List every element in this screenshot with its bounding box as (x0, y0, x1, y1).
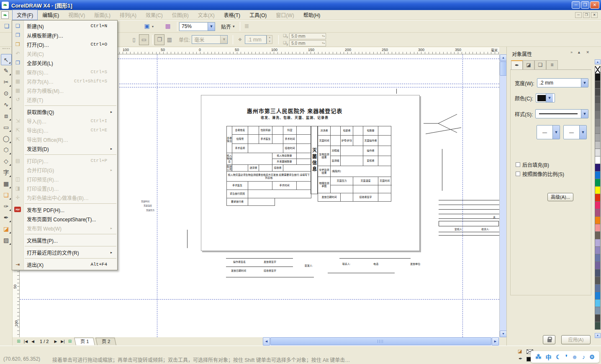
table-tool[interactable]: ▦ (1, 178, 12, 190)
rectangle-tool[interactable]: ▭ (1, 122, 12, 133)
menu-item[interactable]: ◫ 打印预览(R)… (12, 174, 117, 184)
launcher-dropdown-icon[interactable]: ▾ (152, 25, 157, 28)
pick-tool[interactable]: ↖ (1, 54, 12, 65)
palette-swatch[interactable] (595, 277, 601, 285)
last-page-button[interactable]: ▶| (59, 338, 66, 345)
menu-item[interactable]: ❏ 新建(N) Ctrl+N (12, 21, 117, 31)
ime-settings-icon[interactable]: ⚙ (589, 354, 595, 360)
page-tab-2[interactable]: 页 2 (95, 338, 116, 345)
menu-help[interactable]: 帮助(H) (299, 10, 325, 20)
signature-line[interactable] (328, 273, 395, 273)
window-control-button[interactable]: ❐ (581, 1, 589, 9)
stray-diagonal-lines[interactable] (421, 111, 480, 136)
ime-fullhalf-icon[interactable]: ☾ (556, 354, 561, 360)
signature-line[interactable] (226, 277, 314, 277)
outline-style-combo[interactable]: ▼ (535, 109, 588, 118)
palette-swatch[interactable] (595, 172, 601, 179)
scroll-right-button[interactable]: ▶ (492, 337, 499, 346)
nudge-field[interactable]: .1 mm (245, 35, 267, 44)
behind-fill-checkbox[interactable] (516, 162, 520, 167)
options-icon[interactable]: ≣ (242, 21, 252, 31)
units-dropdown-icon[interactable]: ▼ (220, 36, 227, 44)
palette-swatch[interactable] (595, 134, 601, 141)
menu-item[interactable]: ❒ 打开(O)… Ctrl+O (12, 40, 117, 49)
guideline-horizontal[interactable] (20, 299, 499, 300)
palette-swatch[interactable] (595, 149, 601, 156)
crop-tool[interactable]: ✂ (1, 77, 12, 88)
guideline-horizontal[interactable] (119, 84, 499, 84)
application-launcher-icon[interactable]: ▣ (142, 21, 152, 31)
style-dropdown-icon[interactable]: ▼ (581, 110, 588, 118)
menu-item[interactable]: ⇱ 导出(E)… Ctrl+E (12, 126, 117, 135)
menu-item[interactable]: ⇲ 导入(I)… Ctrl+I (12, 116, 117, 126)
guideline-horizontal[interactable] (119, 87, 499, 87)
document-window-control[interactable]: ─ (575, 12, 582, 18)
palette-swatch[interactable] (595, 74, 601, 81)
duplicate-y-field[interactable]: 5.0 mm ▾▴ (289, 40, 326, 46)
palette-swatch[interactable] (595, 202, 601, 209)
scale-with-image-checkbox[interactable] (516, 172, 520, 176)
menu-text[interactable]: 文本(X) (193, 10, 219, 20)
palette-swatch[interactable] (595, 81, 601, 89)
palette-scroll-up-icon[interactable]: ▲ (595, 59, 601, 64)
stray-line[interactable] (396, 89, 397, 94)
palette-swatch[interactable] (595, 254, 601, 262)
menu-item[interactable]: 获取图像(Q) ▸ (12, 107, 117, 116)
toolbar-icon[interactable]: ❏ (2, 21, 12, 31)
palette-swatch[interactable] (595, 292, 601, 300)
palette-scroll-down-icon[interactable]: ▼ (595, 333, 601, 338)
nudge-spinner[interactable]: ▲▼ (267, 35, 272, 44)
palette-swatch[interactable] (595, 285, 601, 292)
snap-menu[interactable]: 贴齐 ▾ (221, 23, 235, 30)
menu-item[interactable]: ▦ 另存为模板(M)... (12, 86, 117, 95)
palette-swatch[interactable] (595, 217, 601, 224)
zoom-dropdown-icon[interactable]: ▼ (208, 23, 215, 31)
palette-swatch[interactable] (595, 126, 601, 134)
docker-tab-summary[interactable]: ≡ (546, 60, 558, 69)
menu-layout[interactable]: 版面(L) (90, 10, 115, 20)
horizontal-scroll-thumb[interactable] (270, 337, 491, 345)
docker-collapse-icon[interactable]: » (570, 50, 573, 54)
palette-swatch[interactable] (595, 89, 601, 96)
palette-swatch[interactable] (595, 187, 601, 194)
stray-line[interactable] (187, 230, 187, 248)
end-arrowhead-combo[interactable]: — ▼ (563, 125, 587, 139)
menu-item[interactable]: PDF 发布至 PDF(H)... (12, 205, 117, 214)
add-page-before-button[interactable]: ⊞ (15, 338, 22, 345)
eyedropper-tool[interactable]: ✑ (1, 201, 12, 212)
menu-item[interactable]: 合并打印(G) ▸ (12, 165, 117, 174)
zoom-level-combo[interactable]: 75% ▼ (179, 22, 215, 31)
menu-item[interactable]: ▦ 保存(S)… Ctrl+S (12, 67, 117, 77)
palette-swatch[interactable] (595, 262, 601, 269)
menu-item[interactable]: 发送到(D) ▸ (12, 144, 117, 153)
palette-swatch[interactable] (595, 164, 601, 172)
blend-tool[interactable]: ❏ (1, 190, 12, 201)
horizontal-scrollbar[interactable]: ◀ ▶ (263, 337, 499, 346)
window-control-button[interactable]: ─ (572, 1, 580, 9)
window-control-button[interactable]: ✕ (590, 1, 599, 9)
menu-item[interactable]: ❐ 全部关闭(L) (12, 58, 117, 67)
smart-fill-tool[interactable]: ⧈ (1, 110, 12, 122)
menu-table[interactable]: 表格(T) (219, 10, 245, 20)
palette-swatch[interactable] (595, 307, 601, 315)
ellipse-tool[interactable]: ◯ (1, 133, 12, 144)
palette-swatch[interactable] (595, 179, 601, 187)
menu-arrange[interactable]: 排列(A) (115, 10, 141, 20)
vertical-scroll-thumb[interactable] (500, 62, 507, 76)
docker-tab-fill[interactable]: ◪ (523, 60, 534, 69)
advanced-button[interactable]: 高级(A)... (547, 193, 573, 201)
menu-window[interactable]: 窗口(W) (271, 10, 298, 20)
palette-swatch[interactable] (595, 239, 601, 247)
menu-item[interactable]: ❐ 从模板新建(F)… (12, 31, 117, 40)
palette-swatch[interactable] (595, 141, 601, 149)
docker-pin-icon[interactable]: ▲ (577, 50, 581, 54)
document-window-control[interactable]: ✕ (591, 12, 598, 18)
vertical-scrollbar[interactable]: ▲ ▼ (499, 54, 506, 337)
fill-tool[interactable]: ◪ (1, 223, 12, 235)
document-page[interactable]: 惠州市第三人民医院外 来器械登记表 收发、清洗、包装、灭菌、监测、记录表 患者信… (201, 95, 420, 251)
palette-swatch[interactable] (595, 300, 601, 307)
first-page-button[interactable]: |◀ (22, 338, 29, 345)
menu-item[interactable]: ↺ 还原(T) (12, 95, 117, 104)
menu-effects[interactable]: 效果(C) (141, 10, 167, 20)
signature-line[interactable] (226, 258, 293, 259)
